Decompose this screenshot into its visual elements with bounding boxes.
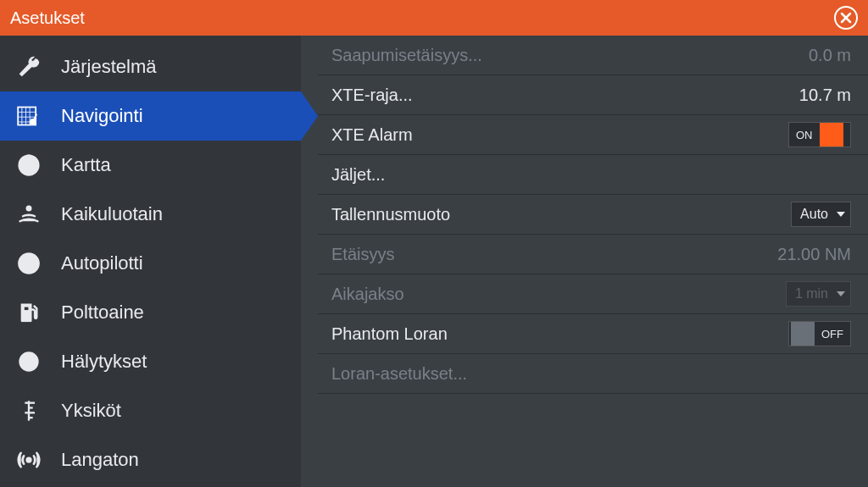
svg-point-19 — [27, 355, 31, 358]
svg-point-27 — [27, 458, 31, 462]
svg-point-14 — [27, 207, 31, 211]
sidebar-item-label: Kartta — [61, 154, 111, 176]
close-button[interactable] — [834, 6, 858, 30]
sidebar-item-sonar[interactable]: Kaikuluotain — [0, 190, 301, 239]
row-label: XTE Alarm — [331, 125, 788, 145]
toggle-handle — [820, 123, 843, 147]
row-label: Saapumisetäisyys... — [331, 46, 809, 65]
window-body: Järjestelmä Navigoin — [0, 36, 868, 487]
sidebar-item-wireless[interactable]: Langaton — [0, 435, 301, 484]
alarm-icon — [17, 350, 51, 374]
chevron-down-icon — [837, 291, 845, 296]
row-label: Jäljet... — [331, 165, 851, 185]
row-label: Aikajakso — [331, 285, 786, 304]
row-loran-settings: Loran-asetukset... — [318, 354, 868, 394]
dropdown-value: 1 min — [795, 286, 828, 302]
time-period-dropdown: 1 min — [786, 281, 851, 307]
sidebar-item-label: Järjestelmä — [61, 56, 156, 78]
toggle-state-text: OFF — [815, 328, 850, 340]
row-phantom-loran: Phantom Loran OFF — [318, 314, 868, 354]
sidebar-item-navigation[interactable]: Navigointi — [0, 91, 301, 141]
sidebar-item-system[interactable]: Järjestelmä — [0, 42, 301, 91]
row-label: Phantom Loran — [331, 324, 788, 344]
xte-alarm-toggle[interactable]: ON — [788, 122, 851, 147]
sidebar-item-label: Yksiköt — [61, 400, 121, 422]
globe-icon — [17, 153, 51, 177]
log-format-dropdown[interactable]: Auto — [791, 202, 851, 227]
svg-rect-17 — [24, 307, 29, 311]
fuel-icon — [17, 301, 51, 324]
svg-point-9 — [30, 119, 36, 125]
row-label: Tallennusmuoto — [331, 205, 791, 224]
window-title: Asetukset — [10, 8, 85, 28]
close-icon — [840, 12, 852, 24]
row-value: 0.0 m — [809, 46, 851, 65]
autopilot-icon — [17, 252, 51, 275]
dropdown-value: Auto — [800, 207, 828, 222]
sidebar-item-fuel[interactable]: Polttoaine — [0, 288, 301, 337]
toggle-state-text: ON — [789, 129, 820, 141]
row-log-format: Tallennusmuoto Auto — [318, 195, 868, 235]
sidebar-item-alarms[interactable]: Hälytykset — [0, 337, 301, 386]
wrench-icon — [17, 55, 51, 79]
sidebar-item-label: Polttoaine — [61, 302, 144, 324]
titlebar: Asetukset — [0, 0, 868, 36]
sonar-icon — [17, 202, 51, 226]
row-value: 21.00 NM — [777, 245, 851, 264]
sidebar-item-autopilot[interactable]: Autopilotti — [0, 239, 301, 288]
row-arrival-distance[interactable]: Saapumisetäisyys... 0.0 m — [318, 36, 868, 75]
row-distance: Etäisyys 21.00 NM — [318, 235, 868, 274]
row-value: 10.7 m — [799, 86, 851, 105]
settings-window: Asetukset Järjestelmä — [0, 0, 868, 487]
sidebar-item-units[interactable]: Yksiköt — [0, 386, 301, 435]
sidebar-item-map[interactable]: Kartta — [0, 141, 301, 190]
phantom-loran-toggle[interactable]: OFF — [788, 321, 851, 346]
toggle-handle — [791, 322, 815, 346]
row-label: Etäisyys — [331, 245, 777, 264]
sidebar-item-label: Navigointi — [61, 105, 143, 127]
row-label: XTE-raja... — [331, 86, 799, 105]
row-xte-limit[interactable]: XTE-raja... 10.7 m — [318, 75, 868, 115]
ruler-icon — [17, 399, 51, 423]
row-label: Loran-asetukset... — [331, 364, 851, 384]
sidebar-item-label: Kaikuluotain — [61, 203, 163, 225]
navigation-icon — [17, 104, 51, 128]
sidebar: Järjestelmä Navigoin — [0, 36, 301, 487]
chevron-down-icon — [837, 212, 845, 217]
sidebar-item-label: Autopilotti — [61, 252, 143, 274]
sidebar-item-label: Langaton — [61, 449, 139, 471]
row-time-period: Aikajakso 1 min — [318, 274, 868, 314]
row-xte-alarm: XTE Alarm ON — [318, 115, 868, 155]
content-panel: Saapumisetäisyys... 0.0 m XTE-raja... 10… — [301, 36, 868, 487]
sidebar-item-label: Hälytykset — [61, 351, 147, 373]
row-tracks[interactable]: Jäljet... — [318, 155, 868, 195]
wireless-icon — [17, 448, 51, 472]
